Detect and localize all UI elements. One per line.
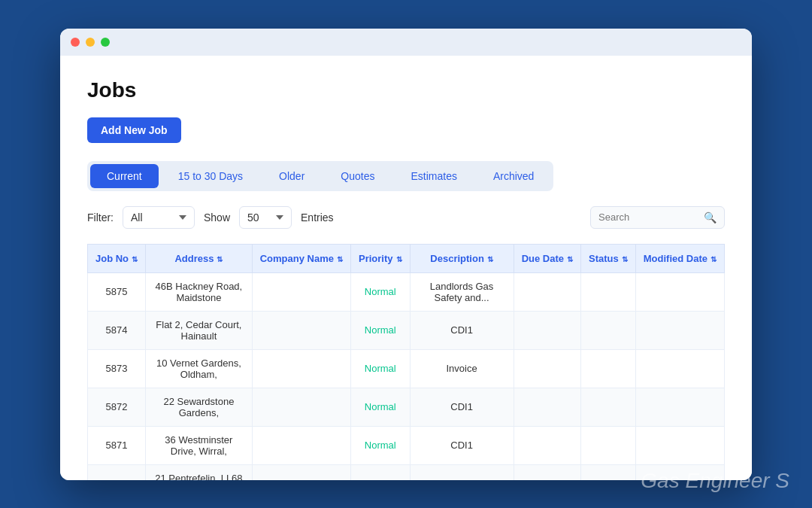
tab-archived[interactable]: Archived [477, 164, 550, 188]
cell-address: 10 Vernet Gardens, Oldham, [146, 349, 253, 388]
cell-description: CDI1 [410, 388, 514, 426]
cell-address: 21 Pentrefelin, LL68 9PE [146, 464, 253, 480]
header-row: Job No⇅Address⇅Company Name⇅Priority⇅Des… [88, 244, 725, 272]
col-header-modified_date[interactable]: Modified Date⇅ [635, 244, 724, 272]
cell-modified-date [635, 311, 724, 349]
cell-description: CDI1 [410, 311, 514, 349]
cell-address: 22 Sewardstone Gardens, [146, 388, 253, 426]
cell-status [581, 349, 636, 388]
cell-address: Flat 2, Cedar Court, Hainault [146, 311, 253, 349]
cell-address: 36 Westminster Drive, Wirral, [146, 426, 253, 464]
cell-job_no: 5871 [88, 426, 146, 464]
title-bar [60, 29, 752, 56]
cell-company_name [252, 349, 350, 388]
cell-priority: Normal [350, 349, 410, 388]
table-row[interactable]: 5874Flat 2, Cedar Court, HainaultNormalC… [88, 311, 725, 349]
cell-address: 46B Hackney Road, Maidstone [146, 272, 253, 311]
app-window: Jobs Add New Job Current15 to 30 DaysOld… [60, 29, 752, 480]
cell-status [581, 311, 636, 349]
table-body: 587546B Hackney Road, MaidstoneNormalLan… [88, 272, 725, 480]
cell-company_name [252, 388, 350, 426]
cell-status [581, 272, 636, 311]
filter-label: Filter: [87, 211, 114, 224]
cell-job_no: 5870 [88, 464, 146, 480]
cell-company_name [252, 426, 350, 464]
filter-row: Filter: AllOpenClosedPending Show 102550… [87, 206, 725, 229]
tab-older[interactable]: Older [262, 164, 321, 188]
jobs-table: Job No⇅Address⇅Company Name⇅Priority⇅Des… [87, 244, 725, 480]
tab-current[interactable]: Current [90, 164, 159, 188]
cell-due_date [514, 349, 580, 388]
maximize-button[interactable] [101, 38, 110, 47]
tab-15to30[interactable]: 15 to 30 Days [162, 164, 259, 188]
tab-group: Current15 to 30 DaysOlderQuotesEstimates… [87, 161, 553, 191]
entries-label: Entries [301, 211, 334, 224]
cell-description: CDI1 [410, 426, 514, 464]
cell-due_date [514, 464, 580, 480]
filter-select[interactable]: AllOpenClosedPending [123, 206, 195, 229]
cell-job_no: 5875 [88, 272, 146, 311]
cell-due_date [514, 388, 580, 426]
add-new-job-button[interactable]: Add New Job [87, 117, 181, 143]
cell-status [581, 464, 636, 480]
cell-modified-date [635, 388, 724, 426]
cell-priority: Normal [350, 388, 410, 426]
table-header: Job No⇅Address⇅Company Name⇅Priority⇅Des… [88, 244, 725, 272]
col-header-job_no[interactable]: Job No⇅ [88, 244, 146, 272]
cell-job_no: 5873 [88, 349, 146, 388]
cell-due_date [514, 426, 580, 464]
cell-description: Invoice [410, 349, 514, 388]
cell-description: CDI1 [410, 464, 514, 480]
col-header-status[interactable]: Status⇅ [581, 244, 636, 272]
minimize-button[interactable] [86, 38, 95, 47]
show-select[interactable]: 102550100 [239, 206, 292, 229]
cell-company_name [252, 464, 350, 480]
cell-due_date [514, 311, 580, 349]
table-row[interactable]: 587222 Sewardstone Gardens,NormalCDI1 [88, 388, 725, 426]
tab-quotes[interactable]: Quotes [324, 164, 391, 188]
col-header-description[interactable]: Description⇅ [410, 244, 514, 272]
cell-job_no: 5874 [88, 311, 146, 349]
cell-status [581, 426, 636, 464]
cell-modified-date [635, 426, 724, 464]
cell-company_name [252, 311, 350, 349]
watermark: Gas Engineer S [641, 469, 789, 493]
show-label: Show [204, 211, 230, 224]
search-box: 🔍 [590, 206, 725, 229]
col-header-due_date[interactable]: Due Date⇅ [514, 244, 580, 272]
cell-priority: Normal [350, 311, 410, 349]
main-content: Jobs Add New Job Current15 to 30 DaysOld… [60, 56, 752, 480]
search-icon: 🔍 [704, 211, 717, 224]
close-button[interactable] [71, 38, 80, 47]
cell-job_no: 5872 [88, 388, 146, 426]
table-row[interactable]: 587310 Vernet Gardens, Oldham,NormalInvo… [88, 349, 725, 388]
cell-due_date [514, 272, 580, 311]
cell-priority: Normal [350, 426, 410, 464]
page-title: Jobs [87, 78, 725, 102]
cell-status [581, 388, 636, 426]
cell-modified-date [635, 349, 724, 388]
col-header-address[interactable]: Address⇅ [146, 244, 253, 272]
col-header-priority[interactable]: Priority⇅ [350, 244, 410, 272]
tab-estimates[interactable]: Estimates [394, 164, 473, 188]
cell-description: Landlords Gas Safety and... [410, 272, 514, 311]
cell-priority: Normal [350, 272, 410, 311]
cell-company_name [252, 272, 350, 311]
cell-modified-date [635, 272, 724, 311]
table-row[interactable]: 587546B Hackney Road, MaidstoneNormalLan… [88, 272, 725, 311]
search-input[interactable] [598, 211, 704, 223]
table-row[interactable]: 587021 Pentrefelin, LL68 9PENormalCDI1 [88, 464, 725, 480]
cell-priority: Normal [350, 464, 410, 480]
table-row[interactable]: 587136 Westminster Drive, Wirral,NormalC… [88, 426, 725, 464]
col-header-company_name[interactable]: Company Name⇅ [252, 244, 350, 272]
